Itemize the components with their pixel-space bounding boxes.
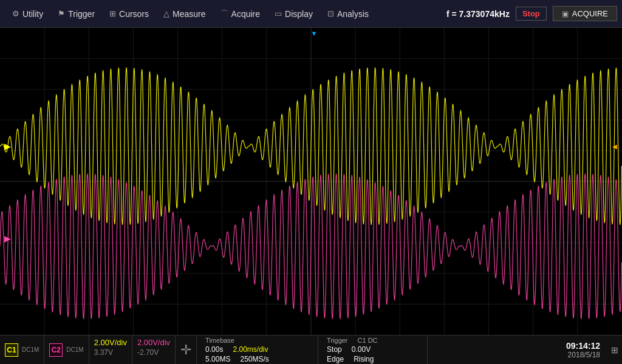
status-bar: C1 DC1M C2 DC1M 2.00V/div 3.37V 2.00V/di… <box>0 335 622 364</box>
ch1-coupling: DC1M <box>22 346 39 353</box>
trigger-section: Trigger C1 DC Stop 0.00V Edge Rising <box>318 335 428 364</box>
clock-date: 2018/5/18 <box>568 351 600 359</box>
trigger-header: Trigger <box>327 337 347 344</box>
expand-button[interactable]: ⊞ <box>607 335 622 364</box>
timebase-time1: 0.00s <box>205 345 223 354</box>
measure-label: Measure <box>173 9 205 19</box>
scope-display: ▼ ▶ ▶ ◄ <box>0 28 622 335</box>
ch2-offset: -2.70V <box>137 348 159 357</box>
acquire-menu[interactable]: ⌒ Acquire <box>213 6 267 22</box>
analysis-menu[interactable]: ⊡ Analysis <box>320 7 376 21</box>
acquire-btn-label: ACQUIRE <box>572 9 608 18</box>
ch2-ground-indicator[interactable]: ▶ <box>3 234 12 243</box>
acquire-icon: ⌒ <box>220 8 228 19</box>
ch-cross-symbol: ✛ <box>176 335 197 364</box>
cursors-icon: ⊞ <box>109 9 116 18</box>
toolbar: ⚙ Utility ⚑ Trigger ⊞ Cursors △ Measure … <box>0 0 622 28</box>
trigger-menu[interactable]: ⚑ Trigger <box>50 7 102 21</box>
trigger-mode: Stop <box>327 345 342 354</box>
frequency-value: f = 7.373074kHz <box>446 9 510 19</box>
timebase-time3: 5.00MS <box>205 355 230 363</box>
display-icon: ▭ <box>275 9 282 18</box>
ch2-label: C2 <box>49 343 63 357</box>
trigger-slope: Rising <box>354 355 374 363</box>
ch2-values[interactable]: 2.00V/div -2.70V <box>132 335 176 364</box>
ch2-vdiv: 2.00V/div <box>137 338 170 347</box>
acquire-label: Acquire <box>231 9 260 19</box>
display-menu[interactable]: ▭ Display <box>267 7 320 21</box>
ch1-values[interactable]: 2.00V/div 3.37V <box>89 335 132 364</box>
ch1-label: C1 <box>5 343 18 357</box>
ch1-vdiv: 2.00V/div <box>94 338 127 347</box>
display-label: Display <box>285 9 313 19</box>
ch1-info[interactable]: C1 DC1M <box>0 335 44 364</box>
utility-menu[interactable]: ⚙ Utility <box>5 7 50 21</box>
ch1-offset: 3.37V <box>94 348 113 357</box>
clock-section: 09:14:12 2018/5/18 <box>559 335 607 364</box>
trigger-level: 0.00V <box>352 345 371 354</box>
trigger-top-indicator[interactable]: ▼ <box>310 29 318 38</box>
analysis-icon: ⊡ <box>327 9 334 18</box>
cursors-menu[interactable]: ⊞ Cursors <box>102 7 156 21</box>
trigger-label: Trigger <box>68 9 95 19</box>
ch2-label-box[interactable]: C2 DC1M <box>44 335 89 364</box>
utility-icon: ⚙ <box>12 9 19 18</box>
timebase-time2: 2.00ms/div <box>233 345 268 354</box>
timebase-time4: 250MS/s <box>240 355 268 363</box>
clock-time: 09:14:12 <box>566 341 600 351</box>
trigger-source: C1 DC <box>358 337 378 344</box>
trigger-type: Edge <box>327 355 344 363</box>
stop-button[interactable]: Stop <box>516 7 547 21</box>
timebase-header: Timebase <box>205 337 234 344</box>
utility-label: Utility <box>22 9 43 19</box>
measure-menu[interactable]: △ Measure <box>156 7 213 21</box>
ch2-coupling: DC1M <box>66 346 83 353</box>
measure-icon: △ <box>163 9 169 18</box>
acquire-btn-icon: ▣ <box>562 10 569 18</box>
freq-display: f = 7.373074kHz Stop ▣ ACQUIRE <box>446 6 617 21</box>
analysis-label: Analysis <box>337 9 369 19</box>
trigger-level-indicator[interactable]: ◄ <box>610 142 619 150</box>
cursors-label: Cursors <box>119 9 149 19</box>
ch1-ground-indicator[interactable]: ▶ <box>3 142 12 150</box>
timebase-section: Timebase 0.00s 2.00ms/div 5.00MS 250MS/s <box>197 335 318 364</box>
waveform-display <box>0 28 622 335</box>
trigger-icon: ⚑ <box>58 9 65 18</box>
acquire-button[interactable]: ▣ ACQUIRE <box>553 6 617 21</box>
